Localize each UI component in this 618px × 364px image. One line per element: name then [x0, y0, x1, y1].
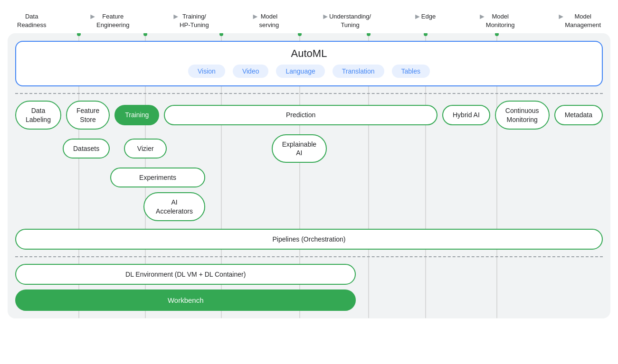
svg-point-11 — [367, 33, 371, 36]
automl-chips: Vision Video Language Translation Tables — [26, 65, 592, 78]
pill-explainable-ai: ExplainableAI — [272, 134, 327, 163]
pill-dl-environment: DL Environment (DL VM + DL Container) — [15, 264, 356, 285]
pill-workbench: Workbench — [15, 289, 356, 311]
step-model-monitoring: ModelMonitoring — [486, 12, 515, 29]
arrow-4: ► — [322, 12, 329, 21]
pill-hybrid-ai: Hybrid AI — [442, 105, 490, 125]
middle-section: DataLabeling FeatureStore Training Predi… — [15, 101, 603, 249]
chip-video: Video — [233, 65, 269, 78]
step-training: Training/HP-Tuning — [180, 12, 209, 29]
pill-training: Training — [114, 105, 159, 125]
pill-data-labeling: DataLabeling — [15, 101, 61, 129]
step-model-serving: Modelserving — [259, 12, 279, 29]
chip-tables: Tables — [392, 65, 430, 78]
pill-metadata: Metadata — [554, 105, 603, 125]
row-3: Experiments — [15, 168, 603, 187]
diagram-wrapper: DataReadiness ► FeatureEngineering ► Tra… — [8, 12, 610, 318]
pill-experiments: Experiments — [110, 168, 205, 187]
pill-pipelines: Pipelines (Orchestration) — [15, 229, 603, 250]
row-1: DataLabeling FeatureStore Training Predi… — [15, 101, 603, 129]
divider-2 — [15, 256, 603, 257]
automl-title: AutoML — [26, 47, 592, 60]
pill-feature-store: FeatureStore — [66, 101, 110, 129]
pill-prediction: Prediction — [164, 105, 437, 125]
chip-vision: Vision — [188, 65, 225, 78]
arrow-5: ► — [414, 12, 421, 21]
step-understanding: Understanding/Tuning — [329, 12, 371, 29]
pill-ai-accelerators: AIAccelerators — [143, 192, 205, 221]
svg-point-10 — [298, 33, 302, 36]
step-feature-engineering: FeatureEngineering — [96, 12, 129, 29]
automl-section: AutoML Vision Video Language Translation… — [15, 41, 603, 86]
arrow-3: ► — [252, 12, 259, 21]
arrow-1: ► — [89, 12, 96, 21]
svg-point-12 — [424, 33, 428, 36]
svg-point-13 — [495, 33, 499, 36]
pill-continuous-monitoring: ContinuousMonitoring — [495, 101, 550, 129]
arrow-7: ► — [557, 12, 565, 21]
chip-translation: Translation — [333, 65, 384, 78]
step-model-management: ModelManagement — [565, 12, 601, 29]
sections-wrapper: AutoML Vision Video Language Translation… — [15, 41, 603, 310]
arrow-6: ► — [478, 12, 486, 21]
divider-1 — [15, 93, 603, 94]
pipelines-row: Pipelines (Orchestration) — [15, 229, 603, 250]
chip-language: Language — [276, 65, 324, 78]
pill-datasets: Datasets — [63, 139, 110, 159]
arrow-2: ► — [172, 12, 180, 21]
step-edge: Edge — [421, 12, 436, 21]
svg-point-8 — [143, 33, 147, 36]
bottom-section: DL Environment (DL VM + DL Container) Wo… — [15, 264, 603, 311]
row-2: Datasets Vizier ExplainableAI — [15, 134, 603, 163]
main-container: AutoML Vision Video Language Translation… — [8, 33, 610, 318]
svg-point-7 — [77, 33, 81, 36]
pill-vizier: Vizier — [124, 139, 167, 159]
step-data-readiness: DataReadiness — [17, 12, 46, 29]
row-4: AIAccelerators — [15, 192, 603, 221]
svg-point-9 — [219, 33, 223, 36]
